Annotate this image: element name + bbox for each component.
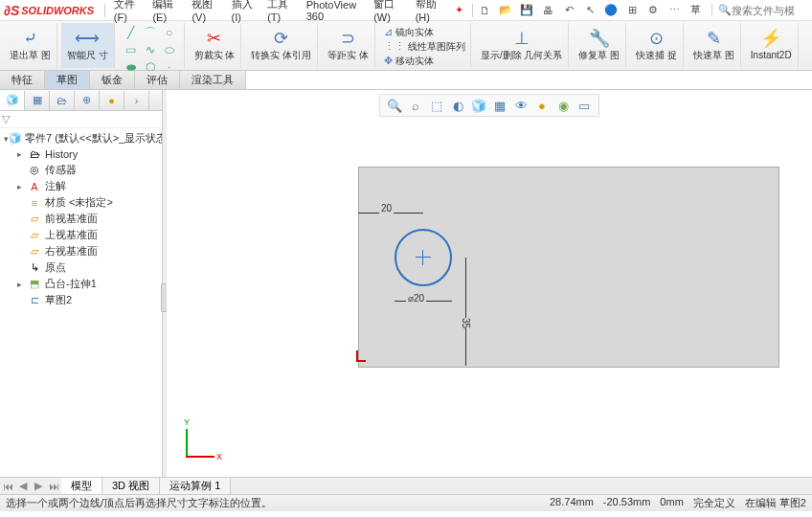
display-style-icon[interactable]: ▦ (491, 97, 508, 114)
status-definition: 完全定义 (693, 496, 735, 510)
section-icon[interactable]: ◐ (449, 97, 466, 114)
arc-icon[interactable]: ⌒ (142, 25, 159, 40)
rapid-sketch-button[interactable]: ✎ 快速草 图 (691, 25, 736, 62)
expand-tab[interactable]: › (124, 91, 149, 110)
btab-motion[interactable]: 运动算例 1 (160, 478, 231, 494)
select-icon[interactable]: ↖ (581, 2, 598, 19)
menu-file[interactable]: 文件(F) (108, 0, 147, 25)
dimxpert-tab[interactable]: ⊕ (75, 91, 100, 110)
menu-help[interactable]: 帮助(H) (410, 0, 450, 25)
filter-icon[interactable]: ▽ (2, 113, 10, 125)
tab-sketch[interactable]: 草图 (45, 71, 90, 89)
repair-sketch-button[interactable]: 🔧 修复草 图 (576, 25, 621, 62)
tree-root[interactable]: ▾ 🧊 零件7 (默认<<默认>_显示状态 1>) (2, 130, 160, 146)
tab-nav-first[interactable]: ⏮ (0, 481, 15, 492)
tree-history[interactable]: ▸🗁History (15, 146, 160, 162)
tab-nav-next[interactable]: ▶ (31, 480, 46, 492)
dim-height[interactable]: 35 (459, 318, 473, 328)
relations-icon: ⊥ (510, 27, 533, 50)
tree-sketch2[interactable]: ⊏草图2 (15, 292, 160, 308)
offset-button[interactable]: ⊃ 等距实 体 (326, 25, 371, 62)
save-icon[interactable]: 💾 (518, 2, 535, 19)
view-orient-icon[interactable]: 🧊 (470, 97, 487, 114)
triad-x-axis (186, 456, 214, 458)
triad-x-label: X (216, 452, 222, 461)
display-relations-button[interactable]: ⊥ 显示/删除 几何关系 (479, 25, 565, 62)
print-icon[interactable]: 🖶 (539, 2, 556, 19)
plane-icon: ▱ (27, 213, 42, 226)
instant2d-button[interactable]: ⚡ Instant2D (749, 25, 794, 62)
history-icon: 🗁 (27, 147, 42, 161)
menu-view[interactable]: 视图(V) (186, 0, 225, 25)
hide-show-icon[interactable]: 👁 (512, 97, 530, 114)
app-logo: ∂S SOLIDWORKS (4, 3, 94, 18)
material-icon: ≡ (27, 196, 42, 210)
tab-render[interactable]: 渲染工具 (180, 71, 246, 89)
convert-button[interactable]: ⟳ 转换实 体引用 (249, 25, 313, 62)
triad-y-axis (186, 429, 188, 458)
search-input[interactable] (732, 5, 808, 16)
app-name: SOLIDWORKS (21, 5, 94, 16)
menu-logo-btn[interactable]: ✦ (449, 2, 469, 18)
tab-nav-last[interactable]: ⏭ (46, 481, 61, 492)
config-tab[interactable]: 🗁 (50, 91, 75, 110)
btab-model[interactable]: 模型 (61, 478, 102, 494)
display-tab[interactable]: ● (100, 91, 124, 110)
dim-width[interactable]: 20 (379, 203, 394, 214)
menu-window[interactable]: 窗口(W) (368, 0, 409, 25)
exit-sketch-icon: ⤶ (18, 27, 41, 50)
appearance-icon[interactable]: ● (533, 97, 551, 114)
tab-sheetmetal[interactable]: 钣金 (90, 71, 135, 89)
tree-right-plane[interactable]: ▱右视基准面 (15, 243, 160, 259)
ellipse-icon[interactable]: ⬭ (161, 42, 178, 57)
mirror-button[interactable]: ⊿镜向实体 (383, 25, 435, 39)
tree-origin[interactable]: ↳原点 (15, 259, 160, 276)
linear-pattern-button[interactable]: ⋮⋮线性草图阵列 (383, 39, 466, 54)
tree-annotations[interactable]: ▸A注解 (15, 178, 160, 194)
tree-top-plane[interactable]: ▱上视基准面 (15, 227, 160, 243)
btab-3dview[interactable]: 3D 视图 (102, 478, 160, 494)
help-icon[interactable]: 草 (687, 2, 704, 19)
new-icon[interactable]: 🗋 (476, 2, 493, 19)
tab-nav-prev[interactable]: ◀ (15, 480, 31, 492)
spline-icon[interactable]: ∿ (142, 42, 159, 57)
circle-icon[interactable]: ○ (161, 25, 178, 40)
rect-icon[interactable]: ▭ (123, 42, 140, 57)
trim-icon: ✂ (203, 27, 226, 50)
tree-sensors[interactable]: ◎传感器 (15, 162, 160, 178)
menu-tools[interactable]: 工具(T) (261, 0, 301, 25)
property-tab[interactable]: ▦ (25, 91, 50, 110)
open-icon[interactable]: 📂 (497, 2, 514, 19)
zoom-fit-icon[interactable]: 🔍 (386, 97, 403, 114)
graphics-viewport[interactable]: 🔍 ⌕ ⬚ ◐ 🧊 ▦ 👁 ● ◉ ▭ 20 ⌀20 35 Y X (167, 90, 812, 477)
annotation-icon: A (27, 180, 42, 193)
dim-diameter[interactable]: ⌀20 (406, 293, 426, 303)
view-settings-icon[interactable]: ▭ (575, 97, 593, 114)
main-area: 🧊 ▦ 🗁 ⊕ ● › ▽ ▾ 🧊 零件7 (默认<<默认>_显示状态 1>) … (0, 90, 812, 477)
move-button[interactable]: ✥移动实体 (383, 54, 435, 68)
options-icon[interactable]: ⊞ (623, 2, 641, 19)
more-icon[interactable]: ⋯ (665, 2, 683, 19)
prev-view-icon[interactable]: ⬚ (428, 97, 445, 114)
status-z: 0mm (660, 496, 683, 510)
feature-tree-tab[interactable]: 🧊 (0, 91, 25, 110)
tab-feature[interactable]: 特征 (0, 71, 45, 89)
menu-edit[interactable]: 编辑(E) (147, 0, 186, 25)
origin-icon: ↳ (27, 261, 42, 275)
menu-insert[interactable]: 插入(I) (226, 0, 262, 25)
tree-material[interactable]: ≡材质 <未指定> (15, 194, 160, 211)
quick-snap-button[interactable]: ⊙ 快速捕 捉 (634, 25, 679, 62)
line-icon[interactable]: ╱ (123, 25, 140, 40)
rebuild-icon[interactable]: 🔵 (602, 2, 620, 19)
tab-evaluate[interactable]: 评估 (135, 71, 180, 89)
undo-icon[interactable]: ↶ (560, 2, 577, 19)
zoom-area-icon[interactable]: ⌕ (407, 97, 424, 114)
scene-icon[interactable]: ◉ (554, 97, 572, 114)
trim-button[interactable]: ✂ 剪裁实 体 (192, 25, 237, 62)
settings-icon[interactable]: ⚙ (644, 2, 662, 19)
menu-photoview[interactable]: PhotoView 360 (301, 0, 368, 24)
exit-sketch-button[interactable]: ⤶ 退出草 图 (8, 25, 53, 62)
tree-front-plane[interactable]: ▱前视基准面 (15, 211, 160, 227)
tree-extrude[interactable]: ▸⬒凸台-拉伸1 (15, 276, 160, 292)
smart-dimension-button[interactable]: ⟷ 智能尺 寸 (65, 25, 110, 62)
